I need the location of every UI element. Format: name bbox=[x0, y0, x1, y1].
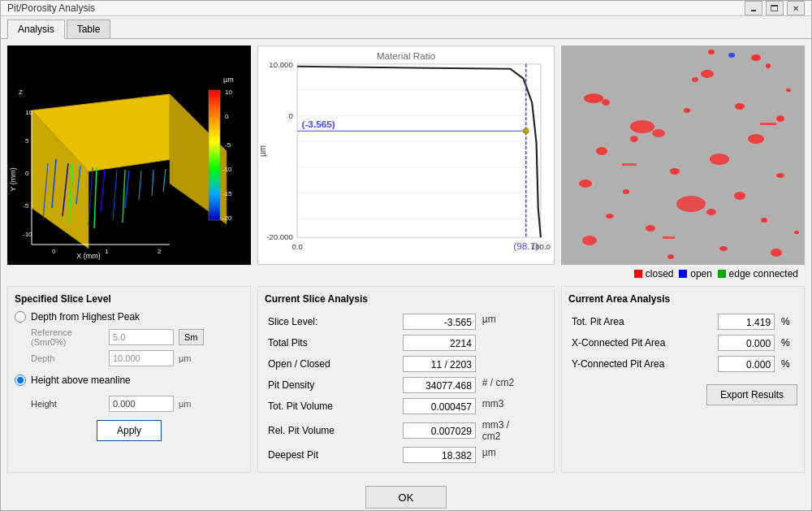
table-row: Deepest Pit 18.382 µm bbox=[265, 444, 547, 466]
svg-point-75 bbox=[630, 120, 654, 133]
svg-point-84 bbox=[623, 189, 629, 194]
svg-point-73 bbox=[684, 108, 690, 113]
depth-peak-option[interactable]: Depth from Highest Peak bbox=[15, 311, 244, 323]
main-window: Pit/Porosity Analysis 🗕 🗖 ✕ Analysis Tab… bbox=[0, 0, 812, 511]
export-row: Export Results bbox=[568, 384, 797, 405]
svg-text:Y (mm): Y (mm) bbox=[9, 167, 17, 191]
svg-point-81 bbox=[670, 168, 680, 175]
footer-row: OK bbox=[7, 479, 805, 511]
svg-point-83 bbox=[579, 180, 592, 188]
svg-text:µm: µm bbox=[223, 76, 234, 84]
analysis-section-title: Current Slice Analysis bbox=[265, 293, 547, 305]
ok-button[interactable]: OK bbox=[365, 486, 447, 509]
depth-sub-fields: Reference (Smr0%) Sm Depth µm bbox=[31, 327, 244, 366]
minimize-button[interactable]: 🗕 bbox=[745, 1, 762, 15]
table-row: Rel. Pit Volume 0.007029 mm3 / cm2 bbox=[265, 417, 547, 444]
legend-row: closed open edge connected bbox=[7, 268, 805, 279]
table-row: Pit Density 34077.468 # / cm2 bbox=[265, 375, 547, 396]
svg-rect-97 bbox=[760, 123, 776, 125]
analysis-val-cell-2: 11 / 2203 bbox=[367, 353, 478, 375]
window-title: Pit/Porosity Analysis bbox=[7, 2, 95, 14]
svg-text:10: 10 bbox=[25, 109, 32, 116]
svg-point-70 bbox=[584, 93, 603, 103]
analysis-label-0: Slice Level: bbox=[265, 311, 367, 332]
svg-point-92 bbox=[582, 236, 597, 245]
analysis-label-6: Deepest Pit bbox=[265, 444, 367, 466]
main-content: X (mm) Y (mm) Z 10 5 0 -5 -10 0 1 2 bbox=[1, 39, 811, 511]
area-label-1: X-Connected Pit Area bbox=[568, 332, 697, 353]
slice-section-title: Specified Slice Level bbox=[15, 293, 244, 305]
svg-text:-15: -15 bbox=[222, 190, 232, 197]
tab-table[interactable]: Table bbox=[67, 19, 111, 38]
svg-point-79 bbox=[596, 147, 607, 155]
export-results-button[interactable]: Export Results bbox=[706, 384, 797, 405]
analysis-unit-1 bbox=[479, 336, 528, 341]
analysis-val-cell-4: 0.000457 bbox=[367, 396, 478, 417]
edge-color-icon bbox=[718, 270, 726, 278]
analysis-unit-0: µm bbox=[479, 311, 528, 327]
svg-point-78 bbox=[748, 134, 764, 144]
svg-point-77 bbox=[630, 136, 638, 142]
svg-text:100.0: 100.0 bbox=[531, 243, 551, 251]
area-section: Current Area Analysis Tot. Pit Area 1.41… bbox=[561, 286, 805, 473]
svg-text:Material Ratio: Material Ratio bbox=[377, 51, 436, 61]
height-meanline-option[interactable]: Height above meanline bbox=[15, 375, 244, 386]
table-row: Tot. Pit Volume 0.000457 mm3 bbox=[265, 396, 547, 417]
slice-section: Specified Slice Level Depth from Highest… bbox=[7, 286, 251, 473]
area-unit-2: % bbox=[778, 353, 797, 375]
svg-point-65 bbox=[708, 50, 715, 54]
svg-text:Z: Z bbox=[19, 89, 23, 96]
tab-bar: Analysis Table bbox=[1, 16, 811, 39]
table-row: Tot. Pit Area 1.419 % bbox=[568, 311, 797, 332]
height-input[interactable] bbox=[109, 396, 174, 412]
analysis-label-2: Open / Closed bbox=[265, 353, 367, 375]
depth-input[interactable] bbox=[109, 350, 174, 366]
svg-text:(-3.565): (-3.565) bbox=[302, 120, 335, 130]
analysis-value-0: -3.565 bbox=[403, 314, 476, 330]
svg-point-94 bbox=[667, 254, 674, 259]
sm-button[interactable]: Sm bbox=[179, 329, 204, 345]
reference-row: Reference (Smr0%) Sm bbox=[31, 327, 244, 347]
analysis-value-3: 34077.468 bbox=[403, 377, 476, 393]
svg-rect-96 bbox=[622, 163, 637, 166]
material-ratio-chart: Material Ratio 10.000 0 -20 bbox=[257, 45, 555, 265]
close-button[interactable]: ✕ bbox=[787, 1, 805, 15]
svg-text:10.000: 10.000 bbox=[269, 61, 292, 69]
height-field-row: Height µm bbox=[31, 396, 244, 412]
svg-point-86 bbox=[676, 196, 706, 212]
svg-point-95 bbox=[771, 249, 782, 257]
analysis-unit-4: mm3 bbox=[479, 396, 528, 412]
table-row: Slice Level: -3.565 µm bbox=[265, 311, 547, 332]
area-value-2: 0.000 bbox=[718, 356, 775, 372]
depth-radio[interactable] bbox=[15, 311, 26, 323]
legend-open: open bbox=[679, 268, 712, 279]
apply-button[interactable]: Apply bbox=[97, 420, 162, 441]
analysis-label-3: Pit Density bbox=[265, 375, 367, 396]
analysis-value-2: 11 / 2203 bbox=[403, 356, 476, 372]
table-row: Open / Closed 11 / 2203 bbox=[265, 353, 547, 375]
svg-point-89 bbox=[761, 218, 767, 223]
apply-row: Apply bbox=[15, 420, 244, 441]
reference-input[interactable] bbox=[109, 329, 174, 345]
visualization-row: X (mm) Y (mm) Z 10 5 0 -5 -10 0 1 2 bbox=[7, 45, 805, 265]
svg-point-63 bbox=[751, 54, 761, 61]
svg-point-64 bbox=[766, 63, 771, 68]
area-unit-1: % bbox=[778, 332, 797, 353]
titlebar: Pit/Porosity Analysis 🗕 🗖 ✕ bbox=[1, 1, 811, 16]
area-label-0: Tot. Pit Area bbox=[568, 311, 697, 332]
svg-text:-10: -10 bbox=[23, 231, 32, 238]
analysis-unit-2 bbox=[479, 357, 528, 362]
area-val-cell-2: 0.000 bbox=[697, 353, 778, 375]
svg-text:10: 10 bbox=[225, 89, 232, 96]
svg-text:0: 0 bbox=[52, 248, 56, 255]
svg-text:-5: -5 bbox=[23, 202, 29, 210]
maximize-button[interactable]: 🗖 bbox=[766, 1, 784, 15]
svg-text:-20: -20 bbox=[222, 214, 232, 222]
analysis-val-cell-0: -3.565 bbox=[367, 311, 478, 332]
table-row: Y-Connected Pit Area 0.000 % bbox=[568, 353, 797, 375]
area-val-cell-0: 1.419 bbox=[697, 311, 778, 332]
tab-analysis[interactable]: Analysis bbox=[7, 19, 65, 39]
height-radio[interactable] bbox=[15, 375, 26, 386]
analysis-section: Current Slice Analysis Slice Level: -3.5… bbox=[257, 286, 555, 473]
svg-text:X (mm): X (mm) bbox=[76, 252, 101, 260]
